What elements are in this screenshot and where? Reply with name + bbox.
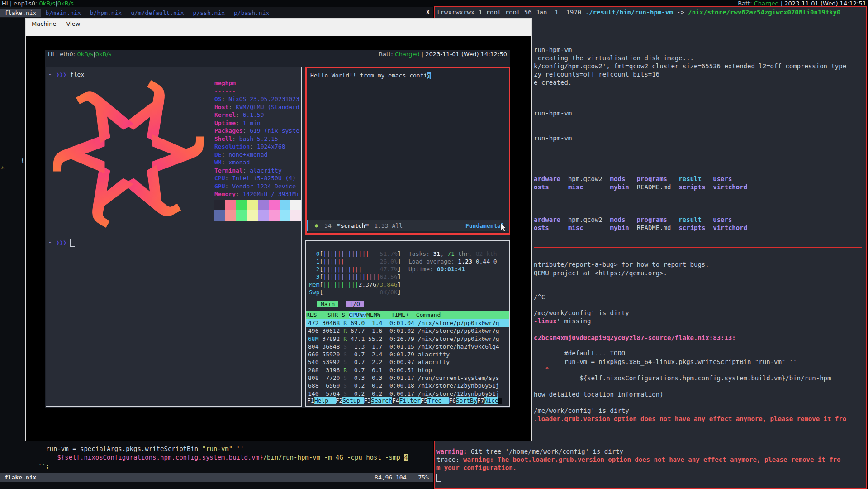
neofetch-line-Resolution: Resolution: 1024x768: [214, 143, 299, 151]
editor-code-area[interactable]: run-vm = specialArgs.pkgs.writeScriptBin…: [0, 445, 433, 470]
qemu-menu-bar: Machine View: [26, 19, 531, 36]
htop-row[interactable]: 660 55920 S 0.7 2.4 0:01.79 alacritty: [306, 350, 509, 358]
neofetch-line-Terminal: Terminal: alacritty: [214, 167, 299, 175]
terminal-output-line: warning: Git tree '/home/me/work/config'…: [436, 447, 623, 455]
editor-tab-u/m/default.nix[interactable]: u/m/default.nix: [126, 9, 188, 17]
htop-row[interactable]: 140 5764 S 0.2 0.2 0:00.17 /nix/store/12…: [306, 390, 509, 398]
htop-row[interactable]: 288 3196 R 0.7 0.1 0:00.51 htop: [306, 366, 509, 374]
terminal-output-line: run-vm = nixpkgs.x86_64-linux.pkgs.write…: [534, 358, 797, 366]
menu-machine[interactable]: Machine: [32, 20, 56, 27]
vm-status-bar: HI | eth0: 0kB/s|0kB/s Batt: Charged | 2…: [45, 50, 510, 59]
terminal-color-swatch: [269, 200, 280, 210]
vm-screen: HI | eth0: 0kB/s|0kB/s Batt: Charged | 2…: [45, 50, 510, 408]
neofetch-line-GPU: GPU: Vendor 1234 Device: [214, 182, 299, 191]
vm-emacs-window[interactable]: Hello World!! from my emacs config ● 34 …: [305, 67, 510, 235]
neofetch-line-WM: WM: xmonad: [214, 158, 299, 167]
vm-emacs-buffer-text: Hello World!! from my emacs config: [310, 72, 431, 79]
fkey-F7[interactable]: F7Nice: [477, 397, 498, 404]
vm-terminal-cursor: [70, 239, 75, 247]
terminal-color-swatch: [225, 200, 236, 210]
fkey-F4[interactable]: F4Filter: [392, 397, 421, 404]
terminal-output-line: /me/work/config' is dirty: [534, 407, 629, 415]
terminal-output-line: /^C: [534, 293, 545, 301]
buffer-size: 34: [324, 222, 332, 229]
htop-row[interactable]: 540 53992 S 0.7 2.2 0:00.97 alacritty: [306, 358, 509, 366]
terminal-output-line: e created.: [534, 78, 572, 86]
htop-row[interactable]: 472 30468 R 69.0 1.4 0:01.04 /nix/store/…: [306, 319, 509, 327]
terminal-output-line: ^: [534, 366, 549, 374]
terminal-output-line: how detailed location information): [534, 390, 664, 398]
major-mode: Fundamental: [465, 222, 504, 229]
vm-shell-prompt-2: ~ ❯❯❯: [49, 239, 75, 247]
vm-network-status: HI | eth0: 0kB/s|0kB/s: [48, 50, 112, 59]
vm-terminal-window[interactable]: ~ ❯❯❯ flex λ λ λ: [46, 67, 302, 407]
vm-htop-window[interactable]: 0[||||||||||||| 51.7%] 1[|||||| 26.0%] 2…: [305, 240, 510, 407]
terminal-color-swatch: [247, 200, 258, 210]
terminal-output-line: run-hpm-vm: [534, 134, 572, 142]
editor-tab-p/bash.nix[interactable]: p/bash.nix: [229, 9, 274, 17]
terminal-output-line: m your configuration.: [436, 464, 517, 472]
htop-function-key-bar: F1Help F2Setup F3SearchF4FilterF5Tree F6…: [307, 397, 502, 404]
htop-row[interactable]: 808 7720 S 0.3 0.3 0:01.17 /run/current-…: [306, 374, 509, 382]
modeline-percent: 75%: [418, 473, 429, 482]
terminal-output-line: zy_refcounts=off refcount_bits=16: [534, 70, 659, 78]
fkey-F1[interactable]: F1Help: [307, 397, 336, 404]
neofetch-line-DE: DE: none+xmonad: [214, 151, 299, 159]
neofetch-line-Memory: Memory: 1420MiB / 3931Mi: [214, 190, 299, 198]
nixos-logo: λ λ λ λ λ λ: [49, 79, 208, 229]
fkey-F3[interactable]: F3Search: [364, 397, 392, 404]
fkey-F2[interactable]: F2Setup: [336, 397, 364, 404]
qemu-vm-window[interactable]: Machine View HI | eth0: 0kB/s|0kB/s Batt…: [25, 18, 532, 441]
terminal-output-line: k/config/hpm.qcow2', fmt=qcow2 cluster_s…: [534, 62, 846, 70]
terminal-output-line: run-hpm-vm: [534, 46, 572, 54]
text-cursor: g: [427, 72, 431, 79]
htop-tabs: MainI/O: [317, 301, 371, 307]
htop-row[interactable]: 496 30612 R 67.7 1.6 0:01.02 /nix/store/…: [306, 327, 509, 335]
terminal-output-line: run-hpm-vm: [534, 109, 572, 117]
editor-tab-p/ssh.nix[interactable]: p/ssh.nix: [189, 9, 229, 17]
code-line: run-vm = specialArgs.pkgs.writeScriptBin…: [0, 445, 433, 453]
neofetch-line-CPU: CPU: Intel i5-8250U (4): [214, 174, 299, 182]
htop-row[interactable]: 804 36848 S 1.3 1.7 0:01.15 /nix/store/h…: [306, 343, 509, 350]
terminal-output-line: ardware hpm.qcow2 mods programs result u…: [534, 175, 732, 183]
modeline-position: 84,96-104: [375, 473, 406, 482]
code-line: '';: [0, 462, 433, 470]
terminal-output-line: ${self.nixosConfigurations.hpm.config.sy…: [534, 374, 831, 382]
terminal-output-line: creating the virtualisation disk image..…: [534, 54, 694, 62]
htop-tasks-load-uptime: Tasks: 31, 71 thr, 82 kthLoad average: 1…: [408, 250, 497, 273]
htop-table-header[interactable]: RES SHR S CPU%▽MEM% TIME+ Command: [306, 311, 509, 319]
htop-cpu-memory-gauges: 0[||||||||||||| 51.7%] 1[|||||| 26.0%] 2…: [309, 250, 401, 296]
editor-tab-b/hpm.nix[interactable]: b/hpm.nix: [85, 9, 126, 17]
terminal-color-swatch: [258, 200, 269, 210]
htop-row[interactable]: 68M 37892 R 47.1 55.2 0:26.79 /nix/store…: [306, 335, 509, 343]
fkey-F6[interactable]: F6SortBy: [449, 397, 477, 404]
htop-process-list: 472 30468 R 69.0 1.4 0:01.04 /nix/store/…: [306, 319, 509, 398]
neofetch-line-OS: OS: NixOS 23.05.20231023: [214, 95, 299, 103]
htop-row[interactable]: 688 6560 S 0.2 0.2 0:00.18 /nix/store/12…: [306, 382, 509, 389]
editor-modeline: flake.nix 84,96-104 75%: [0, 473, 433, 482]
terminal-color-swatch: [236, 210, 247, 221]
terminal-cursor: [436, 474, 441, 482]
terminal-color-palette: [214, 200, 301, 221]
fkey-F5[interactable]: F5Tree: [421, 397, 449, 404]
vm-emacs-modeline: ● 34 *scratch* 1:33 All Fundamental: [307, 220, 509, 231]
neofetch-line-Host: Host: KVM/QEMU (Standard: [214, 103, 299, 111]
vm-shell-prompt: ~ ❯❯❯ flex: [49, 71, 84, 78]
terminal-output-line: QEMU project at <https://qemu.org>.: [534, 269, 667, 277]
terminal-output-line: osts misc mybin README.md scripts virtch…: [534, 183, 747, 191]
terminal-color-swatch: [269, 210, 280, 221]
terminal-output-line: c2bcsm4xmj0vd0capi9q2yc0yzl87-source/fla…: [534, 334, 736, 342]
editor-tab-b/main.nix[interactable]: b/main.nix: [41, 9, 85, 17]
terminal-color-swatch: [280, 200, 290, 210]
editor-fringe-brace: {: [21, 157, 24, 163]
vm-battery-clock: Batt: Charged | 2023-11-01 (Wed) 14:12:5…: [379, 50, 507, 59]
htop-tab-Main[interactable]: Main: [317, 301, 338, 307]
terminal-output-line: ntribute/report-a-bug> for how to report…: [534, 260, 709, 268]
buffer-name: *scratch*: [337, 222, 369, 229]
menu-view[interactable]: View: [66, 20, 80, 27]
terminal-color-swatch: [280, 210, 290, 221]
editor-tab-flake.nix[interactable]: flake.nix: [0, 9, 41, 17]
host-network-status: HI | enp1s0: 0kB/s|0kB/s: [2, 0, 74, 7]
htop-tab-I/O[interactable]: I/O: [346, 301, 363, 307]
terminal-color-swatch: [214, 200, 225, 210]
